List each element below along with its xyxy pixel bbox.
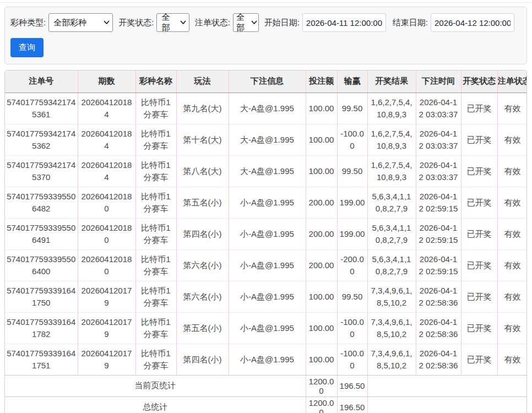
table-cell: 第四名(小) [176, 344, 229, 375]
table-cell: 第八名(大) [176, 155, 229, 187]
bet-status-select[interactable]: 全部 [233, 13, 259, 32]
table-cell: 202604120179 [78, 344, 135, 375]
table-cell: 比特币1分赛车 [135, 281, 176, 312]
table-cell: -100.00 [337, 312, 367, 344]
table-cell: 200.00 [306, 187, 337, 218]
table-row: 5740177593421745361202604120184比特币1分赛车第九… [5, 93, 527, 124]
start-date-input[interactable] [302, 13, 386, 32]
table-cell: 第五名(小) [176, 187, 229, 218]
table-cell: 5740177593391641782 [5, 312, 78, 344]
table-cell: 比特币1分赛车 [135, 155, 176, 187]
table-cell: 小-A盘@1.995 [229, 249, 306, 281]
table-cell: 已开奖 [461, 249, 497, 281]
summary-bet-total: 1200.00 [306, 396, 337, 413]
table-body: 5740177593421745361202604120184比特币1分赛车第九… [5, 93, 527, 375]
column-header-period: 期数 [78, 70, 135, 93]
chevron-down-icon [104, 20, 110, 25]
summary-label: 当前页统计 [5, 375, 306, 396]
column-header-play-type: 玩法 [176, 70, 229, 93]
table-cell: 大-A盘@1.995 [229, 124, 306, 155]
table-cell: 99.50 [337, 281, 367, 312]
table-cell: 比特币1分赛车 [135, 249, 176, 281]
table-cell: 1,6,2,7,5,4,10,8,9,3 [367, 155, 416, 187]
table-cell: 第六名(小) [176, 249, 229, 281]
table-cell: 已开奖 [461, 281, 497, 312]
draw-status-label: 开奖状态: [118, 18, 154, 28]
table-cell: 2026-04-12 02:58:36 [416, 281, 461, 312]
column-header-win-loss: 输赢 [337, 70, 367, 93]
table-cell: 已开奖 [461, 218, 497, 249]
table-cell: 200.00 [306, 249, 337, 281]
table-cell: 5740177593421745370 [5, 155, 78, 187]
column-header-bet-time: 下注时间 [416, 70, 461, 93]
summary-row-current-page: 当前页统计 1200.00 196.50 [5, 375, 527, 396]
table-cell: 202604120184 [78, 93, 135, 124]
table-cell: 5740177593391641750 [5, 281, 78, 312]
table-cell: 有效 [497, 155, 527, 187]
column-header-bet-id: 注单号 [5, 70, 78, 93]
table-cell: 100.00 [306, 312, 337, 344]
table-cell: 202604120180 [78, 218, 135, 249]
summary-win-total: 196.50 [337, 396, 367, 413]
bet-records-table-container: 注单号 期数 彩种名称 玩法 下注信息 投注额 输赢 开奖结果 下注时间 开奖状… [4, 70, 527, 413]
table-cell: 第十名(大) [176, 124, 229, 155]
table-cell: 202604120184 [78, 155, 135, 187]
draw-status-select[interactable]: 全部 [156, 13, 189, 32]
bet-status-value: 全部 [236, 12, 251, 33]
summary-win-total: 196.50 [337, 375, 367, 396]
column-header-bet-amount: 投注额 [306, 70, 337, 93]
button-row: 查询 [10, 38, 521, 57]
table-cell: 2026-04-12 02:59:15 [416, 187, 461, 218]
column-header-bet-info: 下注信息 [229, 70, 306, 93]
table-cell: 有效 [497, 312, 527, 344]
table-cell: 2026-04-12 02:58:36 [416, 344, 461, 375]
lottery-type-value: 全部彩种 [53, 18, 86, 28]
filter-row: 彩种类型: 全部彩种 开奖状态: 全部 注单状态: 全部 开始日期: 结束日期: [10, 13, 521, 32]
table-cell: 199.00 [337, 187, 367, 218]
table-cell: 小-A盘@1.995 [229, 218, 306, 249]
table-cell: -100.00 [337, 124, 367, 155]
table-cell: 第九名(大) [176, 93, 229, 124]
top-divider [0, 0, 532, 3]
table-cell: 202604120179 [78, 281, 135, 312]
query-button[interactable]: 查询 [10, 38, 44, 57]
table-cell: 5740177593395506400 [5, 249, 78, 281]
table-cell: 2026-04-12 03:03:37 [416, 124, 461, 155]
table-cell: 已开奖 [461, 93, 497, 124]
filter-panel: 彩种类型: 全部彩种 开奖状态: 全部 注单状态: 全部 开始日期: 结束日期:… [4, 7, 527, 64]
table-cell: 第六名(小) [176, 281, 229, 312]
table-row: 5740177593391641782202604120179比特币1分赛车第五… [5, 312, 527, 344]
table-cell: 比特币1分赛车 [135, 187, 176, 218]
column-header-draw-status: 开奖状态 [461, 70, 497, 93]
lottery-type-select[interactable]: 全部彩种 [48, 13, 113, 32]
chevron-down-icon [180, 20, 186, 25]
lottery-type-label: 彩种类型: [10, 18, 46, 28]
table-cell: 有效 [497, 187, 527, 218]
table-cell: 比特币1分赛车 [135, 93, 176, 124]
table-cell: 有效 [497, 344, 527, 375]
table-cell: 比特币1分赛车 [135, 218, 176, 249]
table-cell: 已开奖 [461, 155, 497, 187]
table-cell: 5,6,3,4,1,10,8,2,7,9 [367, 249, 416, 281]
table-cell: 5740177593391641751 [5, 344, 78, 375]
table-cell: 5740177593421745361 [5, 93, 78, 124]
table-cell: 5740177593395506482 [5, 187, 78, 218]
column-header-bet-status: 注单状态 [497, 70, 527, 93]
table-cell: 100.00 [306, 281, 337, 312]
summary-bet-total: 1200.00 [306, 375, 337, 396]
table-cell: 199.00 [337, 218, 367, 249]
end-date-input[interactable] [431, 13, 514, 32]
table-cell: 100.00 [306, 124, 337, 155]
table-cell: 100.00 [306, 344, 337, 375]
table-cell: 已开奖 [461, 187, 497, 218]
table-cell: 100.00 [306, 155, 337, 187]
table-cell: 已开奖 [461, 344, 497, 375]
table-cell: 2026-04-12 02:59:15 [416, 249, 461, 281]
table-cell: -100.00 [337, 344, 367, 375]
chevron-down-icon [251, 20, 257, 25]
table-cell: 第四名(小) [176, 218, 229, 249]
table-cell: 99.50 [337, 93, 367, 124]
table-row: 5740177593391641750202604120179比特币1分赛车第六… [5, 281, 527, 312]
table-row: 5740177593395506491202604120180比特币1分赛车第四… [5, 218, 527, 249]
table-row: 5740177593395506400202604120180比特币1分赛车第六… [5, 249, 527, 281]
